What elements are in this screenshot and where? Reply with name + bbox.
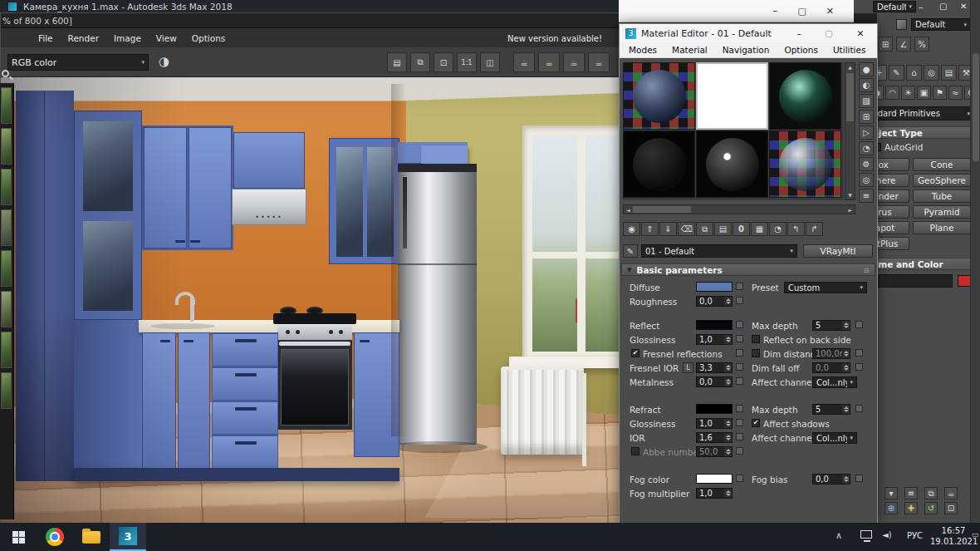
menu-render[interactable]: Render	[61, 32, 106, 45]
me-maximize-button[interactable]: ▢	[814, 24, 844, 42]
me-menu-utilities[interactable]: Utilities	[826, 43, 874, 57]
abbe-spinner[interactable]: 50,0	[696, 446, 733, 457]
category-spacewarps-icon[interactable]: ≈	[948, 86, 963, 100]
me-menu-options[interactable]: Options	[777, 43, 826, 57]
material-slot-6[interactable]	[769, 130, 841, 198]
show-map-in-viewport-icon[interactable]: ▦	[751, 222, 768, 236]
backlight-icon[interactable]: ◐	[859, 78, 874, 92]
angle-snap-icon[interactable]: ∠	[896, 37, 911, 52]
language-indicator[interactable]: РУС	[907, 531, 923, 540]
spinner-arrows[interactable]	[724, 335, 732, 344]
texture-thumbnail[interactable]	[1, 87, 12, 124]
taskbar-chrome-button[interactable]	[37, 523, 73, 551]
affect-channels-dropdown[interactable]: Col...nly▾	[812, 376, 857, 388]
menu-image[interactable]: Image	[106, 32, 149, 45]
texture-thumbnail[interactable]	[1, 291, 12, 327]
scene-explorer-icon[interactable]: ≡	[904, 487, 918, 499]
affect-channels2-dropdown[interactable]: Col...nly▾	[812, 432, 857, 444]
spinner-arrows[interactable]	[842, 475, 850, 484]
reflect-map-button[interactable]	[736, 321, 743, 328]
fresnel-ior-map-button[interactable]	[736, 363, 743, 371]
material-id-button[interactable]: 0	[733, 222, 750, 236]
main-maximize-button[interactable]: ▢	[939, 2, 947, 11]
panel-scrollbar-thumb[interactable]	[973, 53, 979, 161]
material-slot-3[interactable]	[769, 62, 841, 130]
diffuse-color-swatch[interactable]	[696, 282, 733, 292]
reflect-glossiness-map-button[interactable]	[736, 335, 743, 342]
zoom-viewport-icon[interactable]: ⊕	[884, 502, 898, 514]
tab-hierarchy-icon[interactable]: ⌂	[906, 65, 922, 81]
save-image-icon[interactable]: ▤	[387, 52, 407, 72]
go-to-sibling-icon[interactable]: ↱	[806, 222, 823, 236]
spinner-arrows[interactable]	[842, 405, 850, 414]
texture-thumbnail[interactable]	[1, 250, 12, 287]
refract-max-depth-spinner[interactable]: 5	[812, 404, 850, 415]
tray-expand-icon[interactable]: ∧	[835, 530, 842, 541]
roughness-spinner[interactable]: 0,0	[696, 296, 733, 307]
go-to-parent-icon[interactable]: ↰	[787, 222, 805, 236]
material-name-dropdown[interactable]: 01 - Default▾	[641, 244, 797, 258]
texture-thumbnail[interactable]	[1, 128, 12, 165]
video-color-check-icon[interactable]: ▷	[859, 125, 874, 140]
spinner-arrows[interactable]	[724, 419, 732, 428]
me-menu-modes[interactable]: Modes	[621, 43, 664, 57]
volume-icon[interactable]: ◄)	[882, 530, 892, 539]
snap-toggle-icon[interactable]: ⊞	[878, 37, 893, 52]
get-material-icon[interactable]: ◉	[623, 222, 640, 236]
pan-viewport-icon[interactable]: ✚	[904, 502, 918, 514]
assign-to-selection-icon[interactable]: ⇓	[659, 222, 677, 236]
fog-bias-extra-button[interactable]	[855, 475, 863, 482]
fog-multiplier-spinner[interactable]: 1,0	[696, 488, 733, 499]
spinner-arrows[interactable]	[724, 489, 732, 498]
tab-motion-icon[interactable]: ◎	[924, 65, 939, 81]
me-menu-material[interactable]: Material	[664, 43, 715, 57]
spinner-arrows[interactable]	[724, 363, 732, 372]
material-slot-5[interactable]	[696, 130, 768, 198]
material-navigator-icon[interactable]: ≡	[859, 189, 874, 203]
scroll-down-icon[interactable]: ▼	[845, 191, 855, 199]
affect-shadows-checkbox[interactable]: ✔	[752, 419, 760, 427]
taskbar-explorer-button[interactable]	[73, 523, 110, 551]
put-to-scene-icon[interactable]: ⇑	[641, 222, 659, 236]
dim-distance-checkbox[interactable]	[752, 349, 760, 357]
max-depth-extra-button[interactable]	[855, 321, 863, 328]
abbe-checkbox[interactable]	[631, 447, 639, 455]
tab-modify-icon[interactable]: ✎	[889, 65, 904, 81]
taskbar-3dsmax-button[interactable]: 3	[110, 523, 146, 551]
start-button[interactable]	[0, 523, 37, 551]
fog-bias-spinner[interactable]: 0,0	[812, 474, 850, 485]
spinner-arrows[interactable]	[842, 363, 850, 372]
dim-falloff-spinner[interactable]: 0,0	[812, 362, 850, 373]
category-helpers-icon[interactable]: ⚑	[933, 86, 947, 100]
orbit-viewport-icon[interactable]: ↺	[924, 502, 938, 514]
refract-max-depth-extra-button[interactable]	[855, 405, 863, 412]
menu-options[interactable]: Options	[184, 32, 233, 45]
action-center-icon[interactable]: ▭	[972, 530, 979, 539]
background-icon[interactable]: ▨	[859, 94, 874, 108]
percent-snap-icon[interactable]: %	[914, 37, 929, 52]
menu-file[interactable]: File	[31, 32, 61, 45]
scroll-up-icon[interactable]: ▲	[845, 63, 855, 71]
material-type-button[interactable]: VRayMtl	[803, 244, 873, 258]
menu-view[interactable]: View	[149, 32, 184, 45]
layer-manager-icon[interactable]: ⧉	[924, 487, 938, 499]
render-iterative-icon[interactable]: ☕	[538, 52, 560, 72]
metalness-spinner[interactable]: 0,0	[696, 376, 733, 387]
refract-color-swatch[interactable]	[696, 404, 733, 414]
sample-type-icon[interactable]: ●	[859, 62, 874, 76]
tab-display-icon[interactable]: ▤	[941, 65, 957, 81]
main-close-button[interactable]: ✕	[960, 2, 967, 11]
spinner-arrows[interactable]	[724, 433, 732, 442]
scroll-left-icon[interactable]: ◄	[624, 207, 633, 213]
material-slot-4[interactable]	[623, 130, 695, 198]
maximize-button[interactable]: ▢	[797, 6, 806, 17]
panel-scrollbar[interactable]	[970, 0, 980, 524]
me-close-button[interactable]: ✕	[844, 24, 877, 42]
make-unique-icon[interactable]: ⧉	[696, 222, 713, 236]
magnifier-icon[interactable]	[2, 70, 9, 77]
compare-buffer-icon[interactable]: ◫	[480, 52, 500, 72]
generate-preview-icon[interactable]: ◔	[859, 141, 874, 155]
options-icon[interactable]: ⚙	[859, 157, 874, 171]
scroll-right-icon[interactable]: ►	[845, 207, 855, 213]
reflect-color-swatch[interactable]	[696, 320, 733, 330]
